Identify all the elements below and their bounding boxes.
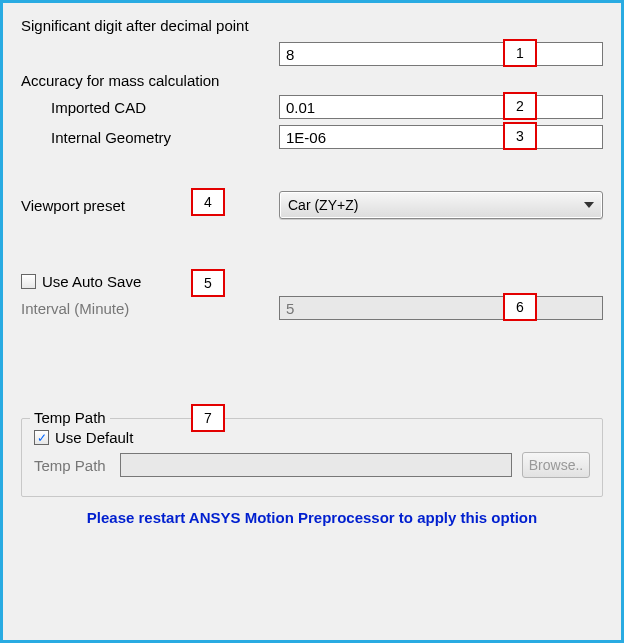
sig-digit-label: Significant digit after decimal point: [21, 17, 603, 34]
annotation-marker-5: 5: [191, 269, 225, 297]
temp-path-input: [120, 453, 512, 477]
imported-cad-input[interactable]: [279, 95, 603, 119]
temp-path-label: Temp Path: [34, 457, 120, 474]
annotation-marker-6: 6: [503, 293, 537, 321]
interval-input: [279, 296, 603, 320]
imported-cad-label: Imported CAD: [51, 99, 146, 116]
chevron-down-icon: [584, 202, 594, 208]
accuracy-label: Accuracy for mass calculation: [21, 72, 603, 89]
restart-message: Please restart ANSYS Motion Preprocessor…: [21, 509, 603, 526]
sig-digit-input[interactable]: [279, 42, 603, 66]
interval-label: Interval (Minute): [21, 300, 129, 317]
use-default-label: Use Default: [55, 429, 133, 446]
auto-save-label: Use Auto Save: [42, 273, 141, 290]
auto-save-checkbox[interactable]: [21, 274, 36, 289]
viewport-preset-value: Car (ZY+Z): [288, 197, 358, 213]
internal-geom-input[interactable]: [279, 125, 603, 149]
viewport-preset-select[interactable]: Car (ZY+Z): [279, 191, 603, 219]
annotation-marker-4: 4: [191, 188, 225, 216]
annotation-marker-2: 2: [503, 92, 537, 120]
annotation-marker-3: 3: [503, 122, 537, 150]
browse-button: Browse..: [522, 452, 590, 478]
annotation-marker-1: 1: [503, 39, 537, 67]
use-default-checkbox[interactable]: ✓: [34, 430, 49, 445]
internal-geom-label: Internal Geometry: [51, 129, 171, 146]
temp-path-legend: Temp Path: [30, 409, 110, 426]
temp-path-group: Temp Path ✓ Use Default Temp Path Browse…: [21, 418, 603, 497]
annotation-marker-7: 7: [191, 404, 225, 432]
viewport-preset-label: Viewport preset: [21, 197, 125, 214]
settings-panel: Significant digit after decimal point 1 …: [0, 0, 624, 643]
